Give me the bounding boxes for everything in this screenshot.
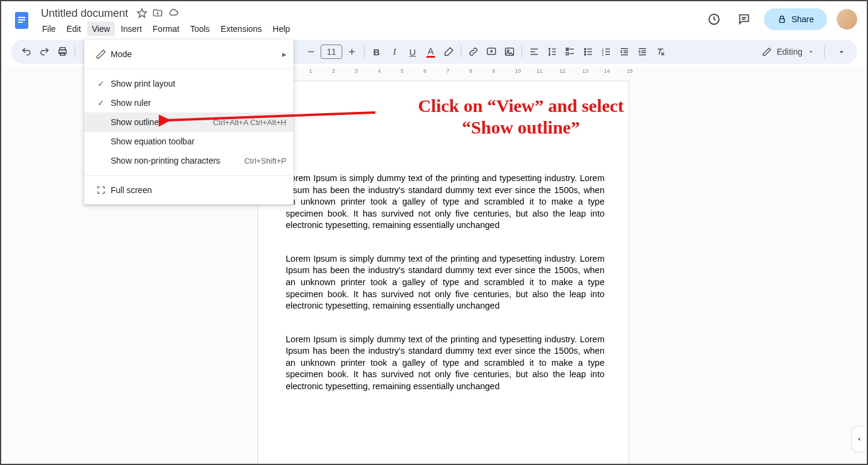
pencil-icon (91, 49, 111, 60)
toolbar-separator (522, 46, 522, 58)
dd-label: Show print layout (111, 79, 286, 88)
text-color-icon[interactable]: A (422, 43, 439, 60)
ruler-tick: 8 (469, 68, 472, 74)
ruler-tick: 1 (309, 68, 312, 74)
svg-rect-3 (18, 22, 23, 23)
comments-icon[interactable] (734, 9, 754, 29)
dd-nonprinting[interactable]: Show non-printing characters Ctrl+Shift+… (84, 151, 294, 170)
dd-mode[interactable]: Mode ▸ (84, 45, 294, 64)
chevron-left-icon (855, 436, 863, 443)
checklist-icon[interactable] (562, 43, 579, 60)
clear-formatting-icon[interactable] (652, 43, 669, 60)
redo-icon[interactable] (36, 43, 53, 60)
view-dropdown: Mode ▸ ✓ Show print layout ✓ Show ruler … (84, 40, 294, 205)
paragraph[interactable]: Lorem Ipsum is simply dummy text of the … (286, 334, 605, 393)
dd-label: Show ruler (111, 98, 286, 108)
bold-icon[interactable]: B (368, 43, 385, 60)
ruler-tick: 2 (332, 68, 335, 74)
share-button[interactable]: Share (764, 8, 827, 30)
dd-label: Show outline (111, 117, 213, 127)
print-icon[interactable] (54, 43, 71, 60)
numbered-list-icon[interactable]: 123 (598, 43, 615, 60)
toolbar-separator (364, 46, 365, 58)
chevron-down-icon (807, 48, 814, 55)
ruler-tick: 3 (355, 68, 358, 74)
side-panel-toggle[interactable] (851, 426, 866, 452)
check-icon: ✓ (91, 79, 111, 88)
toolbar-separator (75, 46, 75, 58)
editing-mode-button[interactable]: Editing (756, 45, 820, 59)
menu-help[interactable]: Help (268, 22, 295, 36)
check-icon: ✓ (91, 98, 111, 108)
toolbar-separator (461, 46, 461, 58)
align-icon[interactable] (526, 43, 543, 60)
paragraph[interactable]: Lorem Ipsum is simply dummy text of the … (286, 173, 605, 232)
paragraph[interactable]: Lorem Ipsum is simply dummy text of the … (286, 253, 605, 312)
svg-text:3: 3 (602, 53, 604, 57)
font-size-input[interactable]: 11 (321, 45, 342, 59)
svg-point-19 (507, 50, 509, 52)
indent-decrease-icon[interactable] (616, 43, 633, 60)
dd-fullscreen[interactable]: Full screen (84, 180, 294, 200)
highlight-icon[interactable] (440, 43, 457, 60)
indent-increase-icon[interactable] (634, 43, 651, 60)
menu-tools[interactable]: Tools (185, 22, 215, 36)
decrease-size-icon[interactable] (303, 43, 319, 60)
vertical-ruler[interactable] (1, 76, 10, 464)
fullscreen-icon (91, 185, 111, 195)
dd-separator (84, 175, 294, 176)
ruler-tick: 15 (627, 68, 633, 74)
cloud-status-icon[interactable] (168, 8, 179, 19)
underline-icon[interactable]: U (404, 43, 421, 60)
ruler-tick: 13 (582, 68, 588, 74)
image-icon[interactable] (501, 43, 518, 60)
dd-shortcut: Ctrl+Alt+A Ctrl+Alt+H (213, 118, 286, 127)
dd-label: Full screen (111, 185, 286, 195)
bullet-list-icon[interactable] (580, 43, 597, 60)
dd-label: Show equation toolbar (111, 137, 286, 146)
user-avatar[interactable] (837, 9, 857, 29)
dd-show-ruler[interactable]: ✓ Show ruler (84, 93, 294, 112)
pencil-icon (762, 47, 772, 57)
app-header: Untitled document File Edit View Insert … (1, 1, 867, 40)
docs-logo-icon[interactable] (11, 6, 32, 35)
add-comment-icon[interactable] (483, 43, 500, 60)
submenu-arrow-icon: ▸ (282, 49, 286, 59)
svg-rect-28 (566, 53, 568, 55)
dd-print-layout[interactable]: ✓ Show print layout (84, 74, 294, 93)
dd-label: Mode (111, 49, 282, 59)
collapse-toolbar-icon[interactable] (833, 43, 850, 60)
menubar: File Edit View Insert Format Tools Exten… (37, 22, 704, 36)
menu-extensions[interactable]: Extensions (216, 22, 266, 36)
link-icon[interactable] (465, 43, 482, 60)
ruler-tick: 10 (515, 68, 521, 74)
menu-edit[interactable]: Edit (62, 22, 86, 36)
ruler-tick: 14 (604, 68, 610, 74)
title-area: Untitled document File Edit View Insert … (37, 6, 704, 36)
line-spacing-icon[interactable] (544, 43, 561, 60)
ruler-tick: 5 (401, 68, 404, 74)
move-folder-icon[interactable] (152, 8, 163, 19)
increase-size-icon[interactable] (343, 43, 360, 60)
history-icon[interactable] (704, 9, 724, 29)
document-title[interactable]: Untitled document (37, 6, 132, 21)
ruler-tick: 12 (559, 68, 565, 74)
svg-rect-1 (18, 17, 25, 18)
document-page[interactable]: Lorem Ipsum is simply dummy text of the … (257, 81, 629, 464)
editing-label: Editing (777, 47, 802, 57)
header-right: Share (704, 8, 857, 30)
svg-point-30 (585, 48, 586, 49)
menu-format[interactable]: Format (148, 22, 184, 36)
italic-icon[interactable]: I (386, 43, 403, 60)
undo-icon[interactable] (18, 43, 35, 60)
menu-view[interactable]: View (87, 22, 115, 36)
dd-show-outline[interactable]: Show outline Ctrl+Alt+A Ctrl+Alt+H (84, 112, 294, 132)
star-icon[interactable] (137, 8, 147, 19)
menu-file[interactable]: File (37, 22, 61, 36)
ruler-tick: 4 (378, 68, 381, 74)
lock-icon (777, 14, 787, 24)
menu-insert[interactable]: Insert (116, 22, 147, 36)
svg-marker-4 (138, 9, 147, 17)
dd-label: Show non-printing characters (111, 156, 244, 165)
dd-equation-toolbar[interactable]: Show equation toolbar (84, 132, 294, 151)
